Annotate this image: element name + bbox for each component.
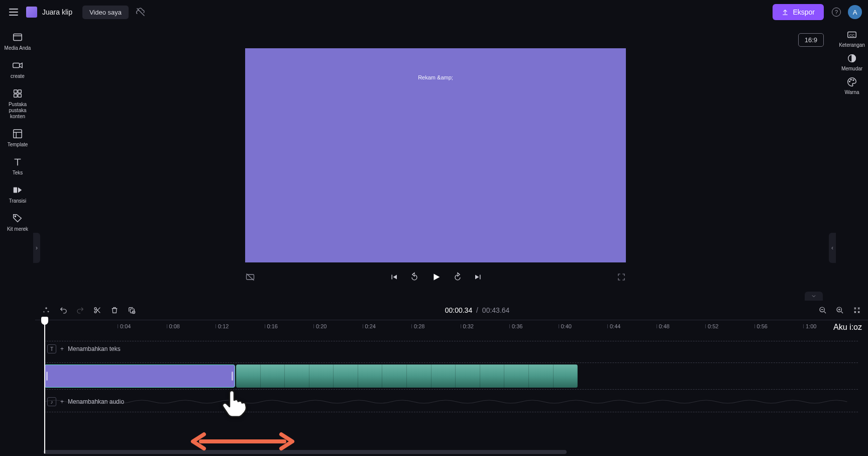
captions-icon: CC bbox=[846, 29, 857, 40]
redo-button[interactable] bbox=[76, 306, 84, 314]
preview-stage: 16:9 Rekam &amp; bbox=[35, 24, 836, 296]
zoom-in-button[interactable] bbox=[836, 306, 844, 314]
current-time: 00:00.34 bbox=[445, 306, 473, 314]
ruler-tick: 0:48 bbox=[657, 323, 670, 329]
clip-video-footage[interactable] bbox=[236, 364, 578, 388]
export-label: Ekspor bbox=[793, 8, 815, 16]
svg-rect-8 bbox=[14, 188, 17, 193]
ruler-tick: 0:36 bbox=[509, 323, 522, 329]
svg-rect-5 bbox=[14, 94, 17, 97]
ruler-tick: 0:44 bbox=[607, 323, 620, 329]
ruler-tick: 0:24 bbox=[363, 323, 376, 329]
tag-icon bbox=[12, 212, 24, 224]
sidebar-item-media[interactable]: Media Anda bbox=[3, 28, 33, 54]
upload-icon bbox=[782, 9, 789, 16]
menu-button[interactable] bbox=[6, 5, 21, 20]
ruler-tick: 0:28 bbox=[411, 323, 424, 329]
right-sidebar: CC Keterangan Memudar Warna bbox=[836, 24, 868, 95]
svg-rect-2 bbox=[13, 63, 20, 67]
sidebar-item-library[interactable]: Pustaka pustaka konten bbox=[3, 84, 33, 123]
svg-rect-6 bbox=[18, 94, 21, 97]
ruler-tick: 0:12 bbox=[215, 323, 229, 329]
sidebar-item-transitions[interactable]: Transisi bbox=[3, 181, 33, 207]
text-track-icon: T bbox=[47, 344, 56, 353]
user-avatar[interactable]: A bbox=[848, 5, 862, 19]
right-item-fade[interactable]: Memudar bbox=[841, 53, 862, 71]
timeline-ruler[interactable]: 0:040:080:120:160:200:240:280:320:360:40… bbox=[35, 320, 868, 335]
sidebar-item-template[interactable]: Template bbox=[3, 125, 33, 151]
text-icon bbox=[12, 156, 24, 168]
fade-icon bbox=[846, 53, 857, 64]
template-icon bbox=[12, 128, 24, 140]
ruler-tick: 1:00 bbox=[803, 323, 816, 329]
split-button[interactable] bbox=[93, 306, 101, 314]
play-button[interactable] bbox=[430, 271, 442, 283]
topbar: Juara klip Video saya Ekspor ? A bbox=[0, 0, 868, 24]
add-text-button[interactable]: T + Menambahkan teks bbox=[47, 344, 121, 353]
ruler-tick: 0:52 bbox=[705, 323, 718, 329]
right-item-color[interactable]: Warna bbox=[844, 76, 859, 95]
video-preview[interactable]: Rekam &amp; bbox=[245, 48, 626, 262]
library-icon bbox=[12, 87, 24, 100]
fullscreen-button[interactable] bbox=[617, 272, 626, 282]
ruler-tick: 0:16 bbox=[265, 323, 278, 329]
left-sidebar: Media Anda create Pustaka pustaka konten… bbox=[0, 24, 35, 456]
svg-point-14 bbox=[850, 79, 851, 80]
audio-track-icon: ♪ bbox=[47, 397, 56, 406]
zoom-fit-button[interactable] bbox=[853, 306, 861, 314]
camera-icon bbox=[12, 59, 24, 71]
playhead[interactable] bbox=[44, 320, 45, 453]
svg-point-13 bbox=[849, 81, 850, 82]
svg-rect-1 bbox=[14, 34, 22, 41]
svg-point-15 bbox=[853, 79, 854, 80]
aspect-ratio-selector[interactable]: 16:9 bbox=[798, 33, 824, 47]
sidebar-item-create[interactable]: create bbox=[3, 56, 33, 82]
svg-text:CC: CC bbox=[849, 33, 855, 38]
timeline-tracks: T + Menambahkan teks ♪ + Menambahkan aud… bbox=[35, 335, 868, 456]
media-icon bbox=[12, 31, 24, 43]
audio-waveform bbox=[44, 398, 858, 406]
palette-icon bbox=[846, 76, 857, 87]
cloud-sync-off-icon[interactable] bbox=[136, 7, 146, 17]
transport-controls bbox=[245, 271, 626, 283]
ruler-tick: 0:32 bbox=[461, 323, 474, 329]
timeline-horizontal-scrollbar[interactable] bbox=[43, 450, 567, 454]
sidebar-item-brandkit[interactable]: Kit merek bbox=[3, 209, 33, 235]
project-dropdown[interactable]: Video saya bbox=[82, 6, 129, 19]
ruler-right-label: Aku i:oz bbox=[833, 320, 865, 335]
svg-point-9 bbox=[15, 216, 16, 217]
total-duration: 00:43.64 bbox=[482, 306, 510, 314]
rewind-button[interactable] bbox=[409, 272, 419, 282]
ruler-tick: 0:20 bbox=[313, 323, 327, 329]
transition-icon bbox=[12, 184, 24, 196]
ruler-tick: 0:40 bbox=[559, 323, 572, 329]
magic-tool-icon[interactable] bbox=[42, 306, 50, 314]
timecode-display: 00:00.34 / 00:43.64 bbox=[445, 306, 510, 314]
zoom-out-button[interactable] bbox=[819, 306, 827, 314]
svg-rect-7 bbox=[14, 130, 22, 138]
svg-rect-4 bbox=[18, 90, 21, 93]
sidebar-item-text[interactable]: Teks bbox=[3, 153, 33, 179]
duplicate-button[interactable] bbox=[128, 306, 136, 314]
export-button[interactable]: Ekspor bbox=[773, 4, 824, 20]
add-audio-button[interactable]: ♪ + Menambahkan audio bbox=[47, 397, 124, 406]
text-track[interactable]: T + Menambahkan teks bbox=[35, 335, 868, 363]
app-logo-icon bbox=[26, 7, 37, 18]
skip-end-button[interactable] bbox=[474, 272, 483, 282]
skip-start-button[interactable] bbox=[389, 272, 398, 282]
delete-button[interactable] bbox=[111, 306, 119, 314]
undo-button[interactable] bbox=[59, 306, 67, 314]
video-track[interactable] bbox=[35, 363, 868, 389]
stage-resize-handle[interactable] bbox=[805, 292, 823, 301]
right-item-captions[interactable]: CC Keterangan bbox=[839, 29, 865, 48]
timeline-toolbar: 00:00.34 / 00:43.64 bbox=[35, 301, 868, 320]
project-name: Juara klip bbox=[42, 8, 72, 16]
audio-track[interactable]: ♪ + Menambahkan audio bbox=[35, 389, 868, 414]
help-button[interactable]: ? bbox=[832, 8, 841, 17]
forward-button[interactable] bbox=[453, 272, 463, 282]
clip-solid-color[interactable] bbox=[44, 364, 235, 388]
ruler-tick: 0:56 bbox=[754, 323, 768, 329]
svg-rect-3 bbox=[14, 90, 17, 93]
ruler-tick: 0:08 bbox=[167, 323, 180, 329]
hide-preview-icon[interactable] bbox=[245, 272, 255, 282]
